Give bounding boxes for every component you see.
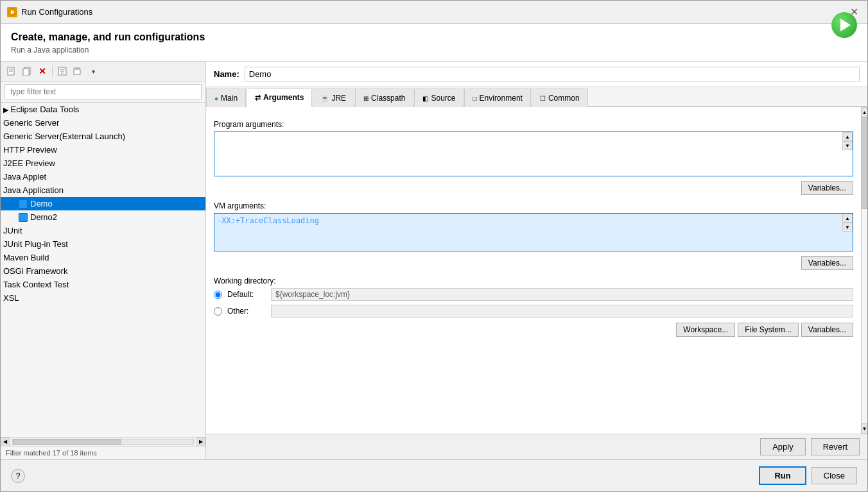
name-row: Name: [206, 62, 867, 87]
source-tab-icon: ◧ [422, 95, 428, 102]
list-item[interactable]: OSGi Framework [1, 264, 205, 278]
tab-main[interactable]: ● Main [206, 89, 246, 107]
title-bar: Run Configurations ✕ [1, 1, 867, 24]
list-item-demo2[interactable]: Demo2 [1, 210, 205, 224]
right-scrollbar[interactable]: ▲ ▼ [861, 107, 867, 434]
vm-args-textarea[interactable]: <span class="vm-args-selected" data-name… [214, 213, 853, 251]
vm-args-scroll-down[interactable]: ▼ [842, 223, 853, 232]
new-config-button[interactable] [4, 64, 19, 78]
tab-common[interactable]: ☐ Common [532, 89, 588, 107]
scroll-track [862, 117, 867, 423]
tab-environment-label: Environment [480, 94, 523, 103]
scroll-down-button[interactable]: ▼ [862, 423, 867, 434]
help-button[interactable]: ? [11, 469, 25, 483]
java-app-icon [19, 199, 28, 208]
scroll-right-button[interactable]: ▶ [196, 437, 205, 446]
tab-jre[interactable]: ☕ JRE [313, 89, 354, 107]
list-item-demo[interactable]: Demo [1, 197, 205, 210]
working-dir-section: Working directory: Default: Other: [214, 276, 853, 337]
list-item[interactable]: HTTP Preview [1, 143, 205, 157]
list-item[interactable]: XSL [1, 291, 205, 305]
vm-args-scroll: ▲ ▼ [842, 214, 853, 232]
apply-revert-bar: Apply Revert [206, 434, 867, 459]
vm-args-scroll-up[interactable]: ▲ [842, 214, 853, 223]
other-radio-row: Other: [214, 305, 853, 318]
apply-button[interactable]: Apply [760, 438, 806, 455]
svg-rect-11 [74, 69, 80, 74]
arguments-tab-icon: ⇄ [255, 94, 261, 102]
other-path-input[interactable] [271, 305, 853, 318]
environment-tab-icon: □ [473, 95, 476, 102]
duplicate-config-button[interactable] [20, 64, 34, 78]
scrollbar-track [12, 439, 194, 445]
name-input[interactable] [245, 67, 860, 81]
list-item[interactable]: ▶ Eclipse Data Tools [1, 103, 205, 116]
other-radio-label: Other: [227, 307, 266, 316]
list-item[interactable]: Java Application [1, 183, 205, 197]
arguments-tab-content: Program arguments: ▲ ▼ Variables... VM a… [206, 107, 861, 434]
scroll-thumb[interactable] [862, 117, 867, 209]
view-menu-button[interactable]: ▾ [86, 64, 100, 78]
filter-button[interactable] [55, 64, 69, 78]
list-item[interactable]: J2EE Preview [1, 157, 205, 170]
list-item[interactable]: Maven Build [1, 251, 205, 264]
program-args-scroll-up[interactable]: ▲ [842, 132, 853, 141]
program-args-scroll-down[interactable]: ▼ [842, 141, 853, 150]
other-radio[interactable] [214, 307, 222, 316]
run-button[interactable]: Run [759, 466, 806, 485]
variables-3-button[interactable]: Variables... [801, 323, 853, 337]
bottom-bar: ? Run Close [1, 459, 867, 491]
workspace-button[interactable]: Workspace... [676, 323, 735, 337]
filesystem-button[interactable]: File System... [738, 323, 799, 337]
toolbar: ✕ ▾ [1, 62, 205, 81]
tree-list: ▶ Eclipse Data Tools Generic Server Gene… [1, 103, 205, 437]
tab-arguments[interactable]: ⇄ Arguments [247, 89, 312, 107]
search-wrapper [1, 81, 205, 103]
name-label: Name: [214, 69, 239, 79]
close-dialog-button[interactable]: Close [812, 467, 857, 484]
program-args-wrapper: ▲ ▼ [214, 131, 853, 178]
tab-arguments-label: Arguments [263, 93, 304, 102]
toolbar-separator-1 [52, 65, 53, 77]
program-args-variables-button[interactable]: Variables... [801, 181, 853, 195]
scrollbar-thumb[interactable] [13, 439, 121, 445]
dialog-icon [7, 7, 17, 17]
horizontal-scrollbar[interactable]: ◀ ▶ [1, 437, 205, 446]
right-panel: Name: ● Main ⇄ Arguments ☕ JRE ⊞ [206, 62, 867, 459]
list-item[interactable]: Task Context Test [1, 278, 205, 291]
default-path-input[interactable] [271, 288, 853, 301]
program-args-textarea[interactable] [214, 131, 853, 176]
default-radio[interactable] [214, 291, 222, 299]
list-item[interactable]: JUnit Plug-in Test [1, 237, 205, 251]
search-input[interactable] [4, 84, 202, 99]
scroll-up-button[interactable]: ▲ [862, 107, 867, 117]
jre-tab-icon: ☕ [321, 95, 329, 102]
tab-environment[interactable]: □ Environment [464, 89, 530, 107]
dialog-title: Run Configurations [21, 7, 92, 17]
list-item[interactable]: Generic Server [1, 116, 205, 130]
scroll-left-button[interactable]: ◀ [1, 437, 10, 446]
filter-status: Filter matched 17 of 18 items [1, 446, 205, 459]
delete-config-button[interactable]: ✕ [35, 64, 49, 78]
tab-bar: ● Main ⇄ Arguments ☕ JRE ⊞ Classpath ◧ [206, 87, 867, 107]
default-radio-row: Default: [214, 288, 853, 301]
common-tab-icon: ☐ [540, 95, 546, 102]
header-title: Create, manage, and run configurations [11, 31, 205, 43]
java-app-icon [19, 213, 28, 222]
list-item[interactable]: Generic Server(External Launch) [1, 130, 205, 143]
tab-classpath[interactable]: ⊞ Classpath [355, 89, 413, 107]
tab-source-label: Source [431, 94, 455, 103]
tab-source[interactable]: ◧ Source [414, 89, 464, 107]
vm-args-variables-button[interactable]: Variables... [801, 256, 853, 270]
working-dir-label: Working directory: [214, 276, 853, 285]
revert-button[interactable]: Revert [811, 438, 860, 455]
collapse-all-button[interactable] [71, 64, 85, 78]
header-subtitle: Run a Java application [11, 46, 205, 55]
list-item[interactable]: Java Applet [1, 170, 205, 183]
list-item[interactable]: JUnit [1, 224, 205, 237]
tab-classpath-label: Classpath [371, 94, 405, 103]
left-panel: ✕ ▾ [1, 62, 206, 459]
vm-args-wrapper: <span class="vm-args-selected" data-name… [214, 213, 853, 253]
main-tab-icon: ● [214, 95, 218, 102]
classpath-tab-icon: ⊞ [363, 95, 369, 102]
